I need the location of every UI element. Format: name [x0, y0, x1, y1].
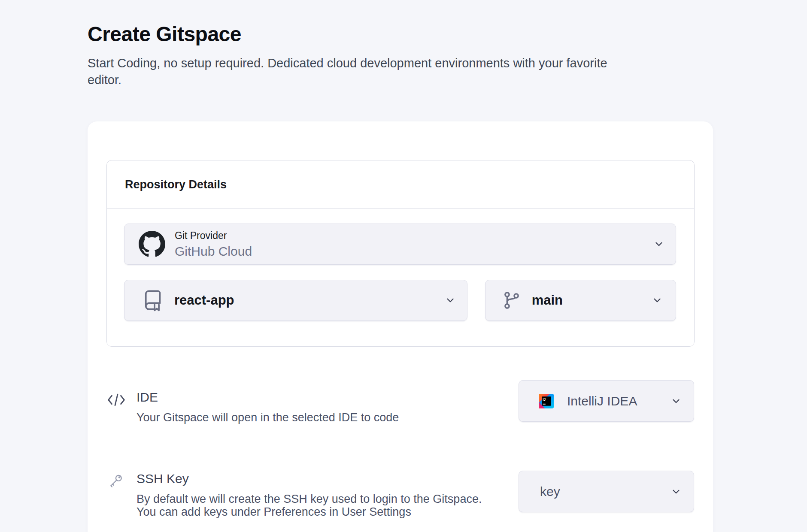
git-provider-select[interactable]: Git Provider GitHub Cloud: [124, 224, 676, 265]
repository-select-value: react-app: [174, 293, 234, 308]
git-provider-texts: Git Provider GitHub Cloud: [175, 230, 252, 259]
ssh-key-select-value: key: [540, 484, 560, 499]
repository-details-section: Repository Details Git Provider GitHub C…: [106, 160, 695, 347]
github-icon: [139, 231, 165, 257]
create-gitspace-card: Repository Details Git Provider GitHub C…: [88, 121, 713, 532]
page-subtitle-line2: editor.: [88, 72, 607, 88]
branch-select-value: main: [532, 293, 563, 308]
key-icon: [108, 473, 124, 489]
ide-description: Your Gitspace will open in the selected …: [137, 411, 399, 424]
repository-select[interactable]: react-app: [124, 280, 467, 321]
chevron-down-icon: [653, 239, 664, 250]
ide-select-value: IntelliJ IDEA: [567, 394, 637, 408]
chevron-down-icon: [652, 295, 663, 306]
ssh-key-description-line1: By default we will create the SSH key us…: [137, 493, 482, 505]
repository-details-title: Repository Details: [125, 178, 227, 191]
git-provider-value: GitHub Cloud: [175, 244, 252, 259]
ide-label: IDE: [137, 390, 399, 405]
chevron-down-icon: [670, 396, 682, 407]
ssh-key-description-line2: You can add keys under Preferences in Us…: [137, 505, 482, 518]
ide-row: IDE Your Gitspace will open in the selec…: [137, 390, 399, 424]
page-subtitle-line1: Start Coding, no setup required. Dedicat…: [88, 55, 607, 72]
page-title: Create Gitspace: [88, 22, 241, 46]
chevron-down-icon: [445, 295, 456, 306]
code-icon: [107, 393, 125, 407]
ssh-key-label: SSH Key: [137, 472, 482, 486]
repository-book-icon: [142, 289, 164, 311]
repository-details-body: Git Provider GitHub Cloud: [107, 209, 694, 321]
repository-details-header: Repository Details: [107, 160, 694, 209]
git-branch-icon: [502, 290, 522, 310]
page-subtitle: Start Coding, no setup required. Dedicat…: [88, 55, 607, 88]
intellij-idea-logo: IJ: [539, 394, 554, 408]
ssh-key-row: SSH Key By default we will create the SS…: [137, 472, 482, 518]
ide-select[interactable]: IJ IntelliJ IDEA: [519, 380, 694, 422]
create-gitspace-page: { "page": { "title": "Create Gitspace", …: [0, 0, 807, 532]
repo-branch-row: react-app: [124, 280, 676, 321]
chevron-down-icon: [670, 486, 682, 497]
ssh-key-select[interactable]: key: [519, 471, 694, 512]
branch-select[interactable]: main: [485, 280, 676, 321]
svg-text:IJ: IJ: [543, 397, 546, 401]
git-provider-label: Git Provider: [175, 230, 252, 242]
ssh-key-description: By default we will create the SSH key us…: [137, 493, 482, 518]
